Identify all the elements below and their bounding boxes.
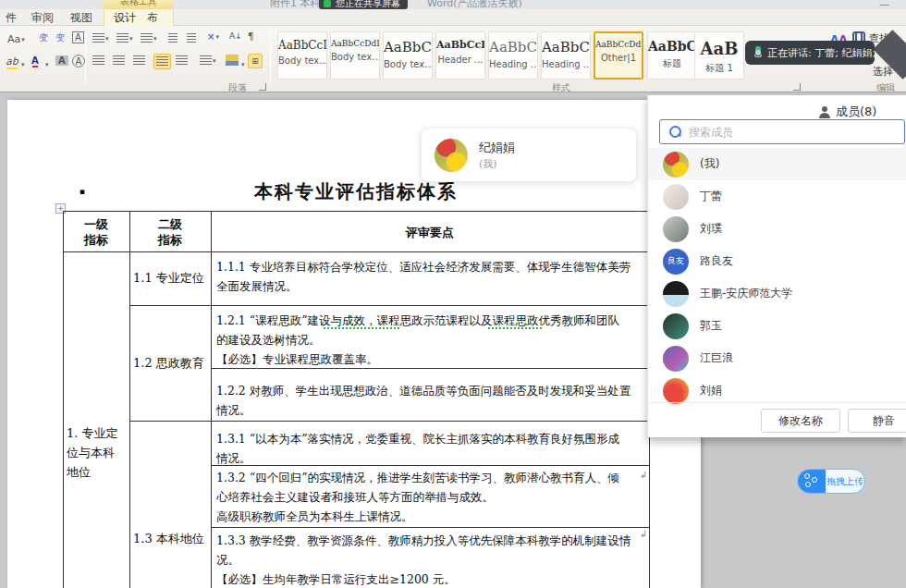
- style-tile[interactable]: AaBbCcIBody tex...: [277, 31, 327, 80]
- shading-icon[interactable]: [226, 55, 239, 66]
- table-border: [129, 305, 649, 306]
- character-border-icon[interactable]: A: [72, 31, 84, 43]
- style-tile[interactable]: AaBbCcDdHeader ...: [435, 31, 485, 80]
- style-tile[interactable]: AaBbC(Heading ...: [541, 31, 591, 80]
- enclose-character-icon[interactable]: A: [72, 55, 85, 67]
- table-move-handle[interactable]: +: [55, 203, 66, 214]
- upload-label: 拖拽上传: [826, 475, 864, 488]
- paragraph-dialog-launcher[interactable]: [259, 83, 266, 91]
- style-tile[interactable]: AaBbCHeading ...: [488, 31, 538, 80]
- align-left-icon[interactable]: [92, 55, 104, 66]
- app-title: Word(产品激活失败): [427, 0, 522, 9]
- style-tile[interactable]: AaBbC(标题: [647, 31, 697, 80]
- table-tools-label: 表格工具: [104, 0, 174, 9]
- share-screen-icon: [324, 0, 331, 7]
- document-title: 本科专业评估指标体系: [63, 179, 649, 204]
- table-cell-point: 1.3.3 教学经费、教学资源条件、教师精力投入等优先保障本科教学的机制建设情 …: [216, 531, 645, 588]
- minimize-button[interactable]: —: [879, 0, 889, 9]
- shading-dropdown-icon[interactable]: ▾: [241, 61, 245, 68]
- highlight-color-icon[interactable]: ab: [6, 55, 18, 67]
- table-border: [63, 251, 649, 252]
- change-case-button[interactable]: Aa▾: [7, 33, 25, 45]
- avatar: [663, 378, 689, 404]
- members-panel: 成员(8) (我) 丁蕾 刘璞 良友路良友 王鹏-安庆师范大学 郭玉 江巨浪 刘…: [647, 95, 906, 437]
- bullets-icon[interactable]: ▾: [92, 33, 109, 43]
- presenter-avatar: [435, 139, 468, 172]
- table-cell-point: 1.3.2 “四个回归”的实现情况，推进学生刻苦读书学习、教师潜心教书育人、倾 …: [216, 468, 645, 526]
- member-search-box[interactable]: [659, 119, 905, 144]
- mute-button[interactable]: 静音: [848, 409, 906, 433]
- avatar: [663, 346, 689, 372]
- highlight-dropdown-icon[interactable]: ▾: [21, 61, 25, 68]
- font-color-dropdown-icon[interactable]: ▾: [45, 61, 49, 68]
- style-tile[interactable]: AaBbC(Body tex...: [383, 31, 433, 80]
- style-tile[interactable]: AaBbCcDdIBody tex...: [330, 31, 380, 80]
- tab-mailings[interactable]: 件: [0, 9, 22, 26]
- member-row[interactable]: 良友路良友: [648, 245, 906, 277]
- table-cell-level2: 1.3 本科地位: [133, 529, 211, 548]
- return-mark: ↲: [640, 470, 647, 480]
- presenter-card: 纪娟娟 (我): [421, 128, 637, 182]
- members-count: 成员(8): [836, 104, 876, 120]
- table-cell-level2: 1.1 专业定位: [133, 268, 211, 288]
- avatar: [663, 152, 689, 178]
- avatar: [663, 216, 689, 242]
- table-cell-level1: 1. 专业定 位与本科 地位: [67, 423, 129, 482]
- table-tools-tabs: 设计 布局: [104, 9, 174, 26]
- member-row[interactable]: 江巨浪: [648, 342, 906, 374]
- rename-button[interactable]: 修改名称: [761, 409, 840, 433]
- align-center-icon[interactable]: [113, 55, 125, 66]
- borders-icon[interactable]: ⊞: [248, 54, 263, 68]
- tab-table-design[interactable]: 设计: [108, 9, 141, 26]
- character-shading-icon[interactable]: A: [55, 55, 68, 66]
- phonetic-guide-icon[interactable]: 变: [39, 31, 48, 44]
- search-input[interactable]: [689, 126, 904, 139]
- table-header-level1: 一级 指标: [63, 216, 129, 248]
- font-color-icon[interactable]: A: [31, 55, 39, 66]
- member-row[interactable]: 郭玉: [648, 310, 906, 342]
- group-separator: [270, 30, 271, 83]
- speaking-indicator: 正在讲话: 丁蕾; 纪娟娟;: [745, 41, 875, 65]
- table-cell-level2: 1.2 思政教育: [133, 353, 211, 373]
- show-marks-icon[interactable]: ¶: [248, 31, 253, 42]
- numbering-icon[interactable]: ▾: [116, 33, 133, 43]
- tab-view[interactable]: 视图: [65, 9, 98, 26]
- table-border: [129, 421, 649, 422]
- avatar: [663, 184, 689, 210]
- align-right-icon[interactable]: [133, 55, 145, 66]
- group-separator: [85, 30, 86, 83]
- justify-icon[interactable]: [153, 54, 171, 69]
- style-tile-selected[interactable]: AaBbCcDdIOther|1: [594, 31, 643, 80]
- members-header: 成员(8): [819, 104, 876, 120]
- enclose-characters-icon[interactable]: 变: [55, 31, 65, 44]
- ribbon-tab-row: 件 审阅 视图 设计 布局: [0, 9, 906, 26]
- styles-group-label: 样式: [552, 81, 570, 94]
- member-row[interactable]: 刘璞: [648, 213, 906, 245]
- member-row[interactable]: 丁蕾: [648, 180, 906, 213]
- asian-layout-icon[interactable]: ×▾: [207, 31, 219, 42]
- table-cell-point: 1.1.1 专业培养目标符合学校定位、适应社会经济发展需要、体现学生德智体美劳 …: [216, 257, 645, 296]
- increase-indent-icon[interactable]: [187, 33, 196, 43]
- distribute-icon[interactable]: [176, 55, 188, 66]
- sort-icon[interactable]: A↓: [229, 31, 242, 41]
- drag-upload-button[interactable]: 拖拽上传: [797, 469, 865, 494]
- member-row[interactable]: 王鹏-安庆师范大学: [648, 277, 906, 310]
- binoculars-icon: [852, 31, 865, 39]
- table-border: [129, 211, 130, 588]
- tab-table-layout[interactable]: 布局: [141, 9, 173, 26]
- find-button[interactable]: [852, 31, 865, 39]
- multilevel-list-icon[interactable]: ▾: [141, 33, 157, 43]
- line-spacing-icon[interactable]: ▾: [200, 55, 216, 66]
- style-tile[interactable]: AaB标题 1: [694, 31, 744, 80]
- return-mark: ↲: [640, 529, 647, 539]
- tab-review[interactable]: 审阅: [26, 9, 59, 26]
- styles-dialog-launcher[interactable]: [793, 83, 801, 91]
- spellcheck-underline: [488, 327, 542, 329]
- decrease-indent-icon[interactable]: [168, 33, 178, 43]
- table-border: [211, 211, 212, 588]
- presenter-me-label: (我): [479, 157, 497, 171]
- table-border: [63, 211, 64, 588]
- paragraph-group-label: 段落: [228, 81, 247, 94]
- member-row[interactable]: (我): [648, 148, 906, 180]
- search-icon: [669, 126, 681, 138]
